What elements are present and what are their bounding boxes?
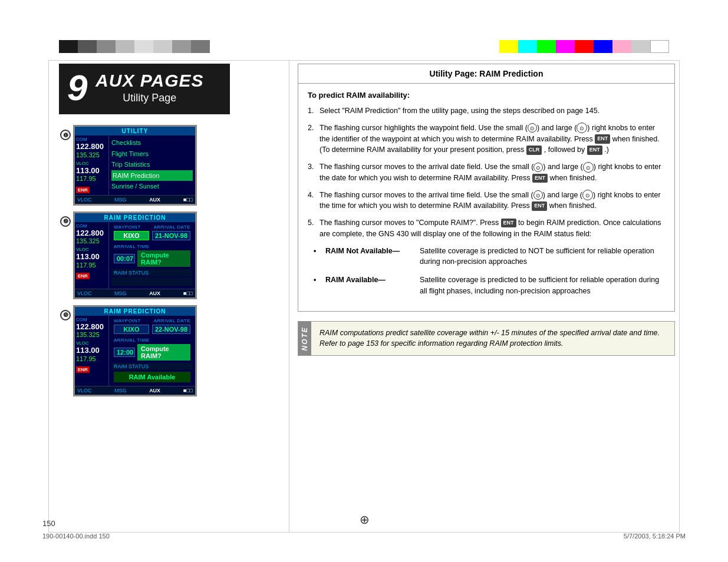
screen1-body: COM 122.800 135.325 VLOC 113.00 117.95 E… [75, 135, 195, 195]
screen2-freq1: 122.800 [76, 229, 107, 238]
ent-badge-5: ENT [501, 219, 516, 228]
screen2-compute: Compute RAIM? [137, 250, 190, 267]
screen5: RAIM PREDICTION COM 122.800 135.325 VLOC… [73, 305, 197, 396]
screen2-freq2-standby: 117.95 [76, 262, 107, 269]
menu-raim-prediction: RAIM Prediction [111, 170, 193, 181]
screen2-vloc-label: VLOC [76, 247, 107, 252]
screen2: RAIM PREDICTION COM 122.800 135.325 VLOC… [73, 211, 197, 299]
instruction-title: Utility Page: RAIM Prediction [298, 64, 674, 84]
bullet-dot-1: • [314, 246, 325, 268]
screen2-wrapper: ❷ RAIM PREDICTION COM 122.800 135.325 VL… [73, 211, 277, 299]
screen5-raim-available: RAIM Available [114, 372, 190, 382]
screen1-footer-aux: AUX [149, 197, 160, 203]
screen5-freq2: 113.00 [76, 346, 107, 355]
ent-badge-2: ENT [587, 146, 602, 155]
screen2-footer-dots: ■□□ [183, 290, 193, 296]
screen2-header: RAIM PREDICTION [75, 213, 195, 222]
instruction-intro: To predict RAIM availability: [308, 91, 665, 100]
menu-flight-timers: Flight Timers [111, 148, 193, 160]
step-4-num: 4. [308, 190, 314, 201]
screen2-arr-time-val: 00:07 [114, 254, 135, 263]
screen1-enr: ENR [76, 187, 90, 193]
screen2-wpt-val-row: KIXO 21-NOV-98 [111, 230, 193, 241]
screen1-freq1: 122.800 [76, 142, 107, 151]
screen5-body: COM 122.800 135.325 VLOC 113.00 117.95 E… [75, 316, 195, 386]
step-3-num: 3. [308, 161, 314, 173]
page-number: 150 [42, 519, 55, 528]
screen5-arr-time-label: ARRIVAL TIME [114, 338, 190, 343]
clr-badge-1: CLR [526, 146, 542, 155]
color-bar-right [499, 40, 669, 53]
screen2-com-label: COM [76, 224, 107, 229]
screen2-wpt-label: WAYPOINT [114, 224, 141, 230]
screen5-wpt-label: WAYPOINT [114, 318, 141, 323]
screen1-footer-msg: MSG [114, 197, 127, 203]
left-section: 9 AUX PAGES Utility Page ❶ UTILITY COM 1… [59, 64, 277, 402]
screen5-wpt-row: WAYPOINT ARRIVAL DATE [111, 318, 193, 324]
screen2-footer-msg: MSG [114, 290, 127, 296]
step-2: 2. The flashing cursor highlights the wa… [308, 123, 665, 156]
color-bar-left [59, 40, 210, 53]
menu-checklists: Checklists [111, 137, 193, 148]
screen2-footer-vloc: VLOC [77, 290, 92, 296]
bullet-not-available: • RAIM Not Available— Satellite coverage… [314, 246, 665, 268]
screen1-footer: VLOC MSG AUX ■□□ [75, 195, 195, 204]
screen1-com-label: COM [76, 137, 107, 142]
step-5-num: 5. [308, 217, 314, 229]
ent-badge-3: ENT [532, 174, 548, 183]
screen5-footer-msg: MSG [114, 388, 127, 394]
screen5-label: ❺ [60, 310, 71, 320]
screen2-footer-aux: AUX [149, 290, 160, 296]
bullet-dot-2: • [314, 275, 325, 297]
margin-line-right [679, 60, 680, 533]
instruction-body: To predict RAIM availability: 1. Select … [298, 84, 674, 311]
screen5-raim-status-label: RAIM STATUS [111, 363, 193, 370]
screen1: UTILITY COM 122.800 135.325 VLOC 113.00 … [73, 125, 197, 206]
chapter-aux: AUX PAGES [95, 72, 203, 90]
divider-line [289, 60, 289, 533]
screen5-com-label: COM [76, 318, 107, 322]
screen5-arr-time-section: ARRIVAL TIME 12:00 Compute RAIM? [111, 336, 193, 362]
ent-badge-1: ENT [595, 134, 610, 144]
screen5-left: COM 122.800 135.325 VLOC 113.00 117.95 E… [75, 316, 109, 386]
instruction-box: Utility Page: RAIM Prediction To predict… [298, 64, 675, 312]
h-line-top [48, 60, 680, 61]
screen1-header: UTILITY [75, 127, 195, 135]
screen5-arr-date-label: ARRIVAL DATE [154, 318, 190, 323]
screen5-footer-vloc: VLOC [77, 388, 92, 394]
step-5: 5. The flashing cursor moves to "Compute… [308, 217, 665, 240]
ent-badge-4: ENT [532, 201, 547, 211]
screen5-right: WAYPOINT ARRIVAL DATE KIXO 22-NOV-98 ARR… [109, 316, 195, 386]
screen2-status-empty [111, 277, 193, 286]
bullet-section: • RAIM Not Available— Satellite coverage… [308, 246, 665, 297]
chapter-number: 9 [67, 70, 87, 106]
screen1-vloc-label: VLOC [76, 161, 107, 166]
right-section: Utility Page: RAIM Prediction To predict… [298, 64, 675, 356]
screen2-arr-time-label: ARRIVAL TIME [114, 244, 190, 249]
screen5-enr: ENR [76, 366, 90, 373]
screen5-wpt-val: KIXO [114, 325, 149, 334]
chapter-title-block: AUX PAGES Utility Page [95, 72, 203, 104]
screen2-wpt-row: WAYPOINT ARRIVAL DATE [111, 224, 193, 230]
step-1-num: 1. [308, 105, 314, 117]
bullet-available: • RAIM Available— Satellite coverage is … [314, 275, 665, 297]
screen2-arr-date-label: ARRIVAL DATE [154, 224, 190, 230]
screen1-footer-dots: ■□□ [183, 197, 193, 203]
screen5-vloc-label: VLOC [76, 341, 107, 346]
screen5-wrapper: ❺ RAIM PREDICTION COM 122.800 135.325 VL… [73, 305, 277, 396]
screen5-wpt-val-row: KIXO 22-NOV-98 [111, 324, 193, 335]
bullet-term-1: RAIM Not Available— [325, 246, 420, 268]
step-3: 3. The flashing cursor moves to the arri… [308, 161, 665, 184]
screen2-left: COM 122.800 135.325 VLOC 113.00 117.95 E… [75, 222, 109, 289]
screen1-freq1-standby: 135.325 [76, 151, 107, 159]
step-2-num: 2. [308, 123, 314, 134]
screen5-freq1-standby: 135.325 [76, 331, 107, 339]
screen1-label: ❶ [60, 130, 71, 140]
bullet-term-2: RAIM Available— [325, 275, 420, 297]
menu-trip-stats: Trip Statistics [111, 159, 193, 170]
menu-sunrise-sunset: Sunrise / Sunset [111, 181, 193, 192]
screen1-footer-vloc: VLOC [77, 197, 92, 203]
screen2-footer: VLOC MSG AUX ■□□ [75, 289, 195, 297]
screen1-left: COM 122.800 135.325 VLOC 113.00 117.95 E… [75, 135, 109, 195]
screen5-arr-date-val: 22-NOV-98 [152, 325, 190, 334]
